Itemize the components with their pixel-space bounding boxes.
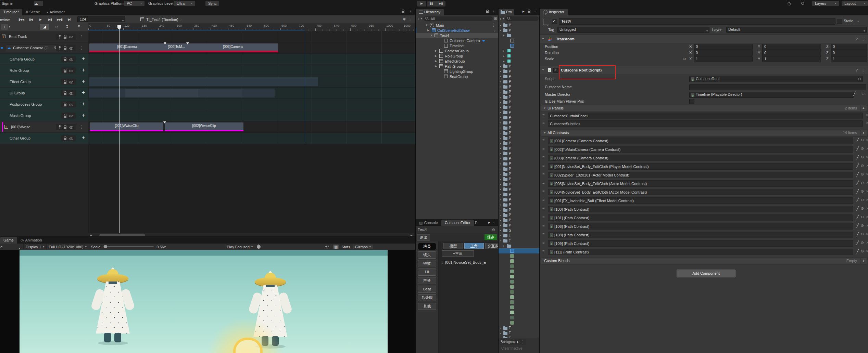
tab-cutscene-editor[interactable]: CutsceneEditor [441, 220, 474, 226]
exit-button[interactable]: 退出 [417, 234, 430, 241]
ui-panel-field[interactable]: CutsceneCurtainPanel [548, 113, 863, 119]
project-item[interactable]: ▸ P [499, 207, 540, 212]
hierarchy-item[interactable]: LightingGroup ⋮ › [416, 69, 499, 74]
project-item[interactable] [499, 43, 540, 48]
lock-icon[interactable] [64, 46, 67, 50]
track-header[interactable]: {} Camera Group Camera Group ⊙ [0, 54, 88, 65]
drag-handle-icon[interactable]: ≡ [542, 215, 544, 219]
preview-toggle[interactable]: Preview [0, 17, 15, 22]
more-tabs-icon[interactable]: ▶ [523, 10, 525, 13]
replace-mode-button[interactable]: ↧ [62, 24, 72, 30]
play-focused-dropdown[interactable]: Play Focused▾ [227, 245, 253, 249]
graphics-platform-dropdown[interactable]: PC▾ [124, 1, 144, 6]
expand-arrow-icon[interactable]: ▸ [500, 65, 503, 68]
save-button[interactable]: 保存 [485, 234, 497, 240]
lock-icon[interactable] [64, 103, 67, 106]
tab-animator[interactable]: ▸Animator [43, 9, 68, 15]
eye-icon[interactable] [69, 35, 73, 39]
category-tab[interactable]: 后处理 [418, 294, 436, 301]
expand-arrow-icon[interactable]: ▸ [503, 245, 507, 247]
expand-arrow-icon[interactable]: ▸ [500, 101, 503, 104]
history-icon[interactable]: ◷ [788, 1, 791, 6]
eye-icon[interactable] [69, 46, 73, 50]
pause-button[interactable]: ▮▮ [427, 1, 436, 6]
tag-dropdown[interactable]: Untagged▾ [557, 27, 709, 33]
edit-pencil-icon[interactable]: ╱ [856, 223, 859, 228]
goto-end-button[interactable]: ▶▶▮ [55, 18, 64, 21]
category-tab[interactable]: 声音 [418, 277, 436, 284]
tab-animation[interactable]: ◷Animation [17, 237, 46, 244]
track-lane[interactable] [88, 31, 415, 42]
eye-icon[interactable] [69, 114, 73, 118]
timeline-clip[interactable] [242, 89, 275, 97]
kebab-menu-icon[interactable]: ⋮ [861, 35, 865, 43]
object-picker-icon[interactable]: ⊙ [861, 155, 864, 159]
contrast-field[interactable]: [109] (Path Contrast) [548, 240, 853, 247]
project-item[interactable] [499, 284, 540, 289]
project-item[interactable] [499, 253, 540, 259]
lock-icon[interactable] [64, 136, 67, 140]
expand-arrow-icon[interactable]: ▸ [500, 178, 503, 181]
project-item[interactable]: ▸ [499, 53, 540, 58]
tab-timeline[interactable]: Timeline* [0, 9, 22, 15]
edit-pencil-icon[interactable]: ╱ [856, 138, 859, 142]
project-item[interactable]: ▸ P [499, 182, 540, 187]
scale-slider-knob[interactable] [104, 245, 107, 248]
search-icon[interactable] [801, 2, 805, 6]
eye-icon[interactable] [69, 80, 73, 84]
pin-icon[interactable] [58, 35, 61, 39]
tab-project[interactable]: Pro [499, 9, 514, 15]
track-lane[interactable] [88, 133, 415, 144]
project-item[interactable]: ▸ P [499, 202, 540, 207]
lock-icon[interactable] [528, 10, 531, 13]
project-item[interactable]: ▸ P [499, 89, 540, 94]
remove-item-icon[interactable]: × [866, 138, 868, 142]
ui-panel-field[interactable]: CutsceneSubtitles [548, 120, 863, 127]
edit-pencil-icon[interactable]: ╱ [856, 164, 859, 168]
kebab-menu-icon[interactable]: ⋮ [80, 42, 84, 53]
kebab-menu-icon[interactable]: ⋮ [533, 9, 537, 14]
expand-arrow-icon[interactable]: ▸ [500, 106, 503, 109]
timeline-breadcrumb[interactable]: TI_Test4 (Timeline) › [140, 17, 181, 22]
project-item[interactable]: ▸ P [499, 146, 540, 151]
expand-arrow-icon[interactable]: ▸ [500, 142, 503, 145]
layer-dropdown[interactable]: Default▾ [726, 27, 867, 33]
expand-arrow-icon[interactable]: ▸ [500, 229, 503, 232]
drag-handle-icon[interactable]: ≡ [542, 164, 544, 168]
object-picker-icon[interactable]: ⊙ [861, 223, 864, 228]
remove-item-icon[interactable]: × [866, 146, 868, 151]
add-to-group-button[interactable]: + [82, 110, 85, 120]
project-item[interactable]: ▸ T [499, 233, 540, 238]
eye-icon[interactable] [69, 103, 73, 106]
help-icon[interactable]: ? [856, 35, 858, 43]
add-track-button[interactable]: + [1, 24, 8, 30]
project-item[interactable]: ▸ [499, 58, 540, 64]
project-item[interactable]: ▸ P [499, 156, 540, 161]
hierarchy-search-input[interactable]: All [423, 16, 492, 21]
project-item[interactable]: ▸ P [499, 218, 540, 223]
play-button[interactable]: ▶ [417, 1, 426, 6]
category-tab[interactable]: 特效 [418, 260, 436, 267]
expand-arrow-icon[interactable]: ▸ [500, 327, 503, 329]
add-to-group-button[interactable]: + [82, 54, 85, 64]
remove-item-icon[interactable]: × [866, 206, 868, 210]
drag-handle-icon[interactable]: ≡ [542, 189, 544, 193]
edit-pencil-icon[interactable]: ╱ [856, 189, 859, 194]
add-item-button[interactable]: + [860, 130, 865, 136]
drag-handle-icon[interactable]: ≡ [542, 249, 544, 253]
lock-icon[interactable] [64, 114, 67, 118]
lock-icon[interactable] [64, 57, 67, 61]
axis-y-field[interactable]: 0 [762, 50, 821, 56]
prefab-open-chevron[interactable]: › [494, 28, 495, 32]
drag-handle-icon[interactable]: ≡ [542, 181, 544, 185]
play-range-button[interactable]: [▶] [64, 18, 74, 21]
tab-more[interactable]: P [474, 220, 478, 226]
object-picker-icon[interactable]: ⊙ [861, 249, 864, 253]
drag-handle-icon[interactable]: ≡ [542, 146, 544, 151]
project-item[interactable]: ▸ P [499, 141, 540, 146]
project-item[interactable]: ▸ T [499, 238, 540, 243]
expand-arrow-icon[interactable]: ▸ [500, 209, 503, 211]
object-picker-icon[interactable]: ⊙ [861, 181, 864, 185]
all-contrasts-header[interactable]: ▼ All Contrasts 14 items + [541, 130, 867, 136]
tab-inspector[interactable]: Inspector [540, 9, 568, 15]
